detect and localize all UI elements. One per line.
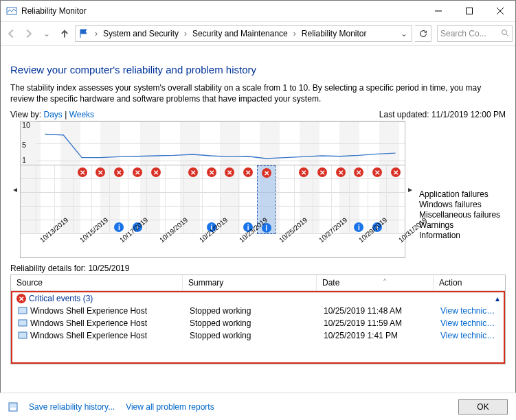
col-summary[interactable]: Summary [183, 275, 317, 290]
info-icon: i [354, 222, 363, 232]
error-icon: ✕ [372, 167, 382, 177]
recent-button[interactable]: ⌄ [39, 26, 54, 41]
day-column[interactable]: ✕ [313, 165, 331, 234]
legend-app-failures: Application failures [419, 189, 506, 200]
error-icon: ✕ [391, 167, 401, 177]
chevron-right-icon: › [91, 29, 102, 38]
page-description: The stability index assesses your system… [10, 82, 506, 104]
error-icon: ✕ [262, 168, 271, 178]
table-row[interactable]: Windows Shell Experience HostStopped wor… [12, 317, 504, 329]
legend-warnings: Warnings [419, 220, 506, 231]
legend-information: Information [419, 231, 506, 241]
chart-legend: Application failures Windows failures Mi… [415, 121, 506, 258]
close-button[interactable] [484, 1, 515, 21]
details-header: Reliability details for: 10/25/2019 [10, 264, 506, 273]
group-critical-events[interactable]: ✕ Critical events (3) ▴ [12, 292, 504, 305]
scroll-left-button[interactable]: ◂ [10, 121, 20, 258]
col-date[interactable]: Date˄ [317, 275, 434, 290]
col-action[interactable]: Action [434, 275, 505, 290]
refresh-button[interactable] [415, 25, 431, 42]
last-updated-label: Last updated: 11/1/2019 12:00 PM [379, 110, 506, 119]
error-icon: ✕ [114, 167, 124, 177]
table-row[interactable]: Windows Shell Experience HostStopped wor… [12, 305, 504, 317]
svg-rect-2 [466, 8, 472, 14]
app-icon [18, 331, 27, 340]
svg-rect-9 [19, 320, 27, 326]
maximize-button[interactable] [453, 1, 484, 21]
view-details-link[interactable]: View technical d... [435, 318, 504, 329]
view-details-link[interactable]: View technical d... [435, 330, 504, 341]
error-icon: ✕ [188, 167, 198, 177]
stability-line [36, 121, 405, 162]
back-button[interactable] [3, 26, 19, 41]
page-title: Review your computer's reliability and p… [10, 64, 506, 75]
day-column[interactable]: ✕ [386, 165, 405, 234]
day-column[interactable] [276, 165, 294, 234]
breadcrumb-item[interactable]: Reliability Monitor [300, 29, 368, 38]
chevron-right-icon: › [289, 29, 300, 38]
view-weeks-link[interactable]: Weeks [69, 110, 94, 119]
app-icon [18, 306, 27, 316]
view-days-link[interactable]: Days [43, 110, 62, 119]
day-column[interactable]: ✕ [73, 165, 91, 234]
viewby-label: View by: [10, 110, 41, 119]
stability-line-chart[interactable]: 10 5 1 [21, 121, 405, 165]
legend-windows-failures: Windows failures [419, 200, 506, 210]
day-column[interactable]: ✕ [146, 165, 165, 234]
minimize-button[interactable] [423, 1, 453, 21]
legend-misc-failures: Miscellaneous failures [419, 210, 506, 220]
ytick-10: 10 [22, 121, 30, 129]
table-header: Source Summary Date˄ Action [11, 275, 505, 291]
col-source[interactable]: Source [11, 275, 183, 290]
search-placeholder: Search Co... [440, 29, 486, 38]
table-row[interactable]: Windows Shell Experience HostStopped wor… [12, 329, 504, 342]
error-icon: ✕ [151, 167, 161, 177]
error-icon: ✕ [317, 167, 327, 177]
up-button[interactable] [57, 26, 72, 41]
window-title: Reliability Monitor [21, 6, 423, 16]
activity-monitor-icon [6, 5, 17, 16]
error-icon: ✕ [16, 294, 26, 303]
error-icon: ✕ [336, 167, 346, 177]
svg-rect-12 [10, 408, 16, 410]
error-icon: ✕ [96, 167, 105, 177]
titlebar: Reliability Monitor [1, 1, 515, 21]
breadcrumb-item[interactable]: Security and Maintenance [191, 29, 289, 38]
ok-button[interactable]: OK [458, 399, 508, 415]
chevron-down-icon[interactable]: ⌄ [398, 29, 410, 38]
chevron-right-icon: › [180, 29, 191, 38]
view-details-link[interactable]: View technical d... [435, 305, 504, 316]
content: Review your computer's reliability and p… [1, 46, 515, 364]
svg-rect-10 [19, 332, 27, 338]
day-column[interactable] [36, 165, 54, 234]
forward-button[interactable] [21, 26, 36, 41]
app-icon [18, 318, 27, 328]
ytick-5: 5 [22, 141, 26, 149]
save-history-link[interactable]: Save reliability history... [29, 402, 115, 412]
view-all-reports-link[interactable]: View all problem reports [126, 402, 214, 412]
error-icon: ✕ [299, 167, 309, 177]
sort-asc-icon: ˄ [383, 278, 387, 288]
day-column[interactable]: ✕i [109, 165, 128, 234]
error-icon: ✕ [78, 167, 87, 177]
ytick-1: 1 [22, 156, 26, 164]
svg-rect-8 [19, 307, 27, 314]
search-icon [501, 29, 509, 39]
search-input[interactable]: Search Co... [437, 25, 513, 42]
footer: Save reliability history... View all pro… [0, 393, 516, 420]
address-bar[interactable]: › System and Security › Security and Mai… [75, 25, 412, 42]
event-grid[interactable]: ✕✕✕i✕i✕✕✕i✕✕i✕i✕✕✕✕i✕i✕ [21, 165, 405, 234]
date-axis: 10/13/201910/15/201910/17/201910/19/2019… [21, 234, 405, 259]
save-icon [8, 402, 18, 412]
day-column[interactable]: ✕i [349, 165, 368, 234]
info-icon: i [114, 222, 124, 232]
flag-icon [77, 27, 91, 40]
collapse-icon[interactable]: ▴ [495, 294, 500, 303]
error-icon: ✕ [243, 167, 253, 177]
error-icon: ✕ [354, 167, 363, 177]
details-table: Source Summary Date˄ Action ✕ Critical e… [10, 275, 506, 364]
error-icon: ✕ [225, 167, 234, 177]
breadcrumb-item[interactable]: System and Security [102, 29, 180, 38]
svg-point-6 [502, 30, 507, 34]
reliability-chart: ◂ 10 5 1 ✕✕✕i✕i✕✕✕i✕✕i✕i✕✕✕✕i✕i✕ 10/13/2… [10, 121, 506, 258]
